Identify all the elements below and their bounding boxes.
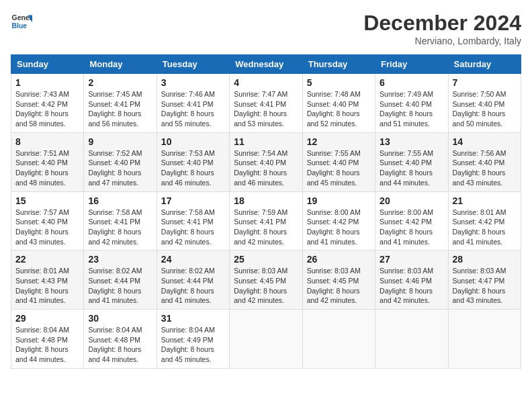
day-number: 18	[234, 195, 298, 206]
day-number: 11	[234, 136, 298, 147]
day-info: Sunrise: 7:58 AM Sunset: 4:41 PM Dayligh…	[88, 208, 152, 247]
day-info: Sunrise: 7:57 AM Sunset: 4:40 PM Dayligh…	[15, 208, 79, 247]
weekday-header-cell: Tuesday	[157, 55, 229, 74]
calendar-day-cell: 6 Sunrise: 7:49 AM Sunset: 4:40 PM Dayli…	[375, 74, 448, 133]
day-info: Sunrise: 8:02 AM Sunset: 4:44 PM Dayligh…	[88, 266, 152, 306]
day-number: 29	[15, 313, 79, 324]
calendar-day-cell: 1 Sunrise: 7:43 AM Sunset: 4:42 PM Dayli…	[11, 74, 84, 133]
calendar-day-cell: 28 Sunrise: 8:03 AM Sunset: 4:47 PM Dayl…	[448, 250, 521, 310]
weekday-header-cell: Saturday	[448, 55, 521, 74]
weekday-header-cell: Wednesday	[230, 55, 302, 74]
day-number: 26	[307, 254, 371, 265]
day-info: Sunrise: 8:04 AM Sunset: 4:49 PM Dayligh…	[161, 325, 225, 365]
day-info: Sunrise: 8:03 AM Sunset: 4:47 PM Dayligh…	[453, 266, 517, 306]
weekday-header-cell: Friday	[375, 55, 448, 74]
day-number: 9	[88, 136, 152, 147]
location: Nerviano, Lombardy, Italy	[363, 36, 521, 46]
day-info: Sunrise: 7:55 AM Sunset: 4:40 PM Dayligh…	[380, 148, 443, 188]
day-info: Sunrise: 7:53 AM Sunset: 4:40 PM Dayligh…	[161, 148, 225, 188]
calendar-week-row: 29 Sunrise: 8:04 AM Sunset: 4:48 PM Dayl…	[11, 310, 521, 369]
day-info: Sunrise: 7:46 AM Sunset: 4:41 PM Dayligh…	[161, 89, 225, 129]
month-title: December 2024	[363, 11, 521, 36]
day-info: Sunrise: 7:51 AM Sunset: 4:40 PM Dayligh…	[15, 148, 79, 188]
day-number: 5	[307, 77, 371, 88]
day-info: Sunrise: 7:59 AM Sunset: 4:41 PM Dayligh…	[234, 208, 298, 247]
calendar-day-cell: 7 Sunrise: 7:50 AM Sunset: 4:40 PM Dayli…	[448, 74, 521, 133]
day-number: 19	[307, 195, 371, 206]
day-info: Sunrise: 8:04 AM Sunset: 4:48 PM Dayligh…	[88, 325, 152, 365]
day-info: Sunrise: 8:03 AM Sunset: 4:46 PM Dayligh…	[380, 266, 443, 306]
weekday-header-cell: Monday	[84, 55, 157, 74]
day-number: 12	[307, 136, 371, 147]
calendar-day-cell: 3 Sunrise: 7:46 AM Sunset: 4:41 PM Dayli…	[157, 74, 229, 133]
day-number: 24	[161, 254, 225, 265]
day-number: 4	[234, 77, 298, 88]
calendar-table: SundayMondayTuesdayWednesdayThursdayFrid…	[11, 54, 521, 369]
day-info: Sunrise: 7:47 AM Sunset: 4:41 PM Dayligh…	[234, 89, 298, 129]
day-number: 30	[88, 313, 152, 324]
svg-text:Blue: Blue	[12, 22, 28, 30]
day-info: Sunrise: 8:01 AM Sunset: 4:42 PM Dayligh…	[453, 208, 517, 247]
calendar-body: 1 Sunrise: 7:43 AM Sunset: 4:42 PM Dayli…	[11, 74, 521, 369]
day-number: 7	[453, 77, 517, 88]
weekday-header-cell: Sunday	[11, 55, 84, 74]
day-info: Sunrise: 8:00 AM Sunset: 4:42 PM Dayligh…	[380, 208, 443, 247]
logo-icon: General Blue	[11, 11, 32, 32]
day-number: 28	[453, 254, 517, 265]
day-number: 14	[453, 136, 517, 147]
calendar-day-cell: 25 Sunrise: 8:03 AM Sunset: 4:45 PM Dayl…	[230, 250, 302, 310]
calendar-day-cell: 20 Sunrise: 8:00 AM Sunset: 4:42 PM Dayl…	[375, 191, 448, 250]
day-number: 23	[88, 254, 152, 265]
page-header: General Blue December 2024 Nerviano, Lom…	[11, 11, 521, 46]
calendar-day-cell: 31 Sunrise: 8:04 AM Sunset: 4:49 PM Dayl…	[157, 310, 229, 369]
day-number: 21	[453, 195, 517, 206]
day-number: 10	[161, 136, 225, 147]
logo: General Blue	[11, 11, 32, 32]
day-info: Sunrise: 7:49 AM Sunset: 4:40 PM Dayligh…	[380, 89, 443, 129]
day-info: Sunrise: 7:56 AM Sunset: 4:40 PM Dayligh…	[453, 148, 517, 188]
day-info: Sunrise: 7:52 AM Sunset: 4:40 PM Dayligh…	[88, 148, 152, 188]
day-number: 22	[15, 254, 79, 265]
day-number: 1	[15, 77, 79, 88]
day-info: Sunrise: 7:58 AM Sunset: 4:41 PM Dayligh…	[161, 208, 225, 247]
day-info: Sunrise: 8:03 AM Sunset: 4:45 PM Dayligh…	[234, 266, 298, 306]
title-block: December 2024 Nerviano, Lombardy, Italy	[363, 11, 521, 46]
day-info: Sunrise: 8:04 AM Sunset: 4:48 PM Dayligh…	[15, 325, 79, 365]
day-number: 13	[380, 136, 443, 147]
calendar-day-cell: 14 Sunrise: 7:56 AM Sunset: 4:40 PM Dayl…	[448, 132, 521, 191]
calendar-day-cell	[230, 310, 302, 369]
day-number: 16	[88, 195, 152, 206]
day-info: Sunrise: 8:02 AM Sunset: 4:44 PM Dayligh…	[161, 266, 225, 306]
calendar-day-cell: 5 Sunrise: 7:48 AM Sunset: 4:40 PM Dayli…	[302, 74, 375, 133]
day-info: Sunrise: 7:50 AM Sunset: 4:40 PM Dayligh…	[453, 89, 517, 129]
day-info: Sunrise: 7:45 AM Sunset: 4:41 PM Dayligh…	[88, 89, 152, 129]
weekday-header-cell: Thursday	[302, 55, 375, 74]
calendar-week-row: 1 Sunrise: 7:43 AM Sunset: 4:42 PM Dayli…	[11, 74, 521, 133]
calendar-day-cell: 30 Sunrise: 8:04 AM Sunset: 4:48 PM Dayl…	[84, 310, 157, 369]
day-number: 2	[88, 77, 152, 88]
day-number: 20	[380, 195, 443, 206]
calendar-day-cell: 10 Sunrise: 7:53 AM Sunset: 4:40 PM Dayl…	[157, 132, 229, 191]
calendar-day-cell: 26 Sunrise: 8:03 AM Sunset: 4:45 PM Dayl…	[302, 250, 375, 310]
calendar-day-cell: 9 Sunrise: 7:52 AM Sunset: 4:40 PM Dayli…	[84, 132, 157, 191]
day-number: 8	[15, 136, 79, 147]
calendar-day-cell: 4 Sunrise: 7:47 AM Sunset: 4:41 PM Dayli…	[230, 74, 302, 133]
calendar-day-cell: 24 Sunrise: 8:02 AM Sunset: 4:44 PM Dayl…	[157, 250, 229, 310]
calendar-day-cell: 12 Sunrise: 7:55 AM Sunset: 4:40 PM Dayl…	[302, 132, 375, 191]
day-number: 3	[161, 77, 225, 88]
weekday-header-row: SundayMondayTuesdayWednesdayThursdayFrid…	[11, 55, 521, 74]
day-number: 6	[380, 77, 443, 88]
calendar-day-cell: 17 Sunrise: 7:58 AM Sunset: 4:41 PM Dayl…	[157, 191, 229, 250]
day-info: Sunrise: 7:55 AM Sunset: 4:40 PM Dayligh…	[307, 148, 371, 188]
calendar-day-cell: 22 Sunrise: 8:01 AM Sunset: 4:43 PM Dayl…	[11, 250, 84, 310]
calendar-day-cell: 27 Sunrise: 8:03 AM Sunset: 4:46 PM Dayl…	[375, 250, 448, 310]
calendar-day-cell: 11 Sunrise: 7:54 AM Sunset: 4:40 PM Dayl…	[230, 132, 302, 191]
day-info: Sunrise: 8:00 AM Sunset: 4:42 PM Dayligh…	[307, 208, 371, 247]
calendar-day-cell	[375, 310, 448, 369]
calendar-day-cell: 23 Sunrise: 8:02 AM Sunset: 4:44 PM Dayl…	[84, 250, 157, 310]
calendar-day-cell: 19 Sunrise: 8:00 AM Sunset: 4:42 PM Dayl…	[302, 191, 375, 250]
calendar-day-cell	[302, 310, 375, 369]
day-info: Sunrise: 7:54 AM Sunset: 4:40 PM Dayligh…	[234, 148, 298, 188]
day-info: Sunrise: 8:03 AM Sunset: 4:45 PM Dayligh…	[307, 266, 371, 306]
calendar-day-cell	[448, 310, 521, 369]
